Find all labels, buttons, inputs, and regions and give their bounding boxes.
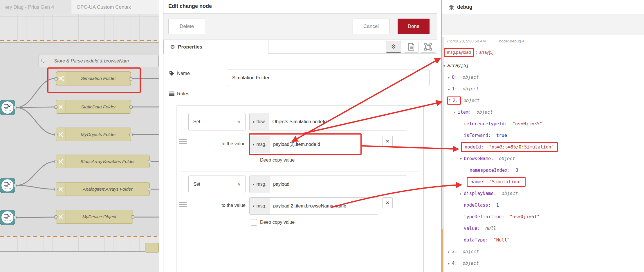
rule2-value-type[interactable]: ▾ msg.	[250, 198, 270, 214]
change-node[interactable]: StaticArrayVariables Folder	[56, 155, 150, 168]
collapse-caret-icon[interactable]: ▼	[454, 111, 456, 114]
tab-debug-label: debug	[457, 4, 472, 10]
json-value: "Simulation"	[489, 179, 522, 185]
edit-change-node-dialog: Edit change node Delete Cancel Done ⚙ Pr…	[163, 0, 437, 272]
input-port[interactable]	[54, 215, 57, 219]
name-input[interactable]	[228, 69, 430, 86]
output-port[interactable]	[13, 184, 17, 187]
json-tree-row[interactable]: ▶4: object	[443, 257, 643, 269]
output-port[interactable]	[131, 215, 134, 219]
rule2-delete-button[interactable]: ×	[382, 197, 393, 208]
json-tree-row[interactable]: referenceTypeId: "ns=0;i=35"	[443, 118, 643, 130]
output-port[interactable]	[129, 133, 133, 136]
flow-canvas[interactable]: ery Diag - Prius Gen 4 OPC-UA Custom Con…	[0, 0, 159, 272]
shuffle-icon	[56, 100, 66, 113]
rule2-action-select[interactable]: Set ∨	[188, 176, 246, 193]
collapse-caret-icon[interactable]: ▼	[460, 157, 462, 160]
opcua-browser-node[interactable]: OPC UA	[0, 178, 15, 193]
opcua-browser-node[interactable]: OPC UA	[0, 210, 15, 225]
sidebar-tabbar: debug	[442, 0, 644, 14]
done-button[interactable]: Done	[398, 19, 430, 34]
json-tree-row[interactable]: ▶displayName: object	[443, 188, 643, 199]
rule2-target-type[interactable]: ▾ msg.	[250, 176, 270, 193]
rule2-target-value: payload	[270, 176, 289, 193]
expand-caret-icon[interactable]: ▶	[448, 87, 450, 91]
json-value: "Null"	[493, 237, 510, 243]
json-tree-row[interactable]: ▼ array[5]	[443, 60, 643, 71]
name-label-row: Name	[169, 71, 190, 76]
output-port[interactable]	[148, 160, 151, 163]
tab-properties[interactable]: ⚙ Properties	[163, 40, 268, 54]
sidebar-edge-strip[interactable]	[437, 0, 441, 272]
json-tree-row[interactable]: ▼item: object	[443, 106, 643, 118]
rule2-to-label: to the value	[194, 203, 246, 208]
rule1-target-type[interactable]: ▾ flow.	[250, 113, 269, 130]
tab-properties-label: Properties	[178, 44, 202, 50]
opcua-browser-node[interactable]: OPC UA	[0, 100, 15, 115]
json-tree[interactable]: ▼ array[5]▶0: object▶1: object▼2: object…	[443, 60, 643, 269]
chevron-down-icon: ∨	[238, 119, 241, 124]
json-tree-row[interactable]: dataType: "Null"	[443, 234, 643, 246]
comment-node[interactable]: Store & Parse nodeId & browseNam	[39, 55, 159, 67]
rule1-drag-handle[interactable]	[179, 139, 187, 144]
json-tree-row[interactable]: isForward: true	[443, 130, 643, 141]
change-node[interactable]: MyDevice Object	[56, 210, 133, 224]
json-tree-row[interactable]: ▶1: object	[443, 83, 643, 95]
rule1-delete-button[interactable]: ×	[382, 136, 393, 147]
json-tree-row[interactable]: typeDefinition: "ns=0;i=61"	[443, 211, 643, 223]
expand-caret-icon[interactable]: ▶	[460, 192, 462, 195]
json-tree-row[interactable]: ▼2: object	[443, 95, 643, 106]
node-red-app: ery Diag - Prius Gen 4 OPC-UA Custom Con…	[0, 0, 644, 272]
output-port[interactable]	[13, 216, 17, 219]
json-tree-row[interactable]: ▶3: object	[443, 246, 643, 257]
rule2-deep-copy-checkbox[interactable]	[251, 219, 257, 226]
change-node[interactable]: AnalogItemArrays Folder	[56, 182, 150, 196]
appearance-icon-button[interactable]	[421, 41, 435, 53]
delete-button[interactable]: Delete	[168, 19, 205, 34]
output-port[interactable]	[13, 106, 17, 109]
rule1-target-field[interactable]: ▾ flow. Objects.Simulation.nodeId	[249, 113, 407, 130]
json-tree-row[interactable]: name: "Simulation"	[443, 176, 643, 188]
tag-icon	[169, 71, 174, 76]
rule1-action-select[interactable]: Set ∨	[188, 113, 246, 130]
input-port[interactable]	[54, 133, 57, 136]
rule1-deep-copy-checkbox[interactable]	[251, 157, 257, 163]
tab-debug[interactable]: debug	[442, 0, 545, 14]
json-key: displayName:	[464, 191, 496, 196]
collapse-caret-icon[interactable]: ▼	[443, 64, 445, 67]
collapse-caret-icon[interactable]: ▼	[449, 98, 450, 101]
rule2-target-field[interactable]: ▾ msg. payload	[249, 176, 407, 193]
rule-separator	[181, 171, 420, 171]
json-tree-row[interactable]: ▶0: object	[443, 71, 643, 83]
expand-caret-icon[interactable]: ▶	[448, 76, 450, 79]
change-node[interactable]: MyObjects Folder	[56, 128, 131, 141]
json-tree-row[interactable]: value: null	[443, 223, 643, 234]
message-source-node: node: debug 4	[499, 39, 524, 43]
edit-properties-icon-button[interactable]: ⚙	[386, 41, 401, 53]
rule1-target-prefix: flow.	[257, 119, 266, 124]
json-key: nodeId:	[465, 144, 484, 150]
list-icon	[169, 92, 174, 96]
expand-caret-icon[interactable]: ▶	[448, 262, 450, 265]
comment-label: Store & Parse nodeId & browseNam	[50, 58, 129, 64]
input-port[interactable]	[54, 188, 57, 191]
cancel-button[interactable]: Cancel	[353, 19, 389, 34]
json-tree-row[interactable]: nodeClass: 1	[443, 199, 643, 211]
output-port[interactable]	[148, 188, 151, 191]
json-tree-row[interactable]: nodeId: "ns=3;s=85/0:Simulation"	[443, 141, 643, 153]
json-tree-row[interactable]: ▼browseName: object	[443, 153, 643, 164]
json-key: name:	[470, 179, 484, 185]
debug-message-list[interactable]: 7/27/2023, 5:30:50 AM node: debug 4 msg.…	[442, 35, 644, 272]
json-value: object	[463, 249, 479, 254]
caret-down-icon: ▾	[253, 182, 255, 186]
description-icon-button[interactable]	[404, 41, 418, 53]
output-port[interactable]	[129, 105, 133, 109]
rule2-drag-handle[interactable]	[179, 202, 187, 207]
change-node[interactable]: StaticData Folder	[56, 100, 131, 114]
json-tree-row[interactable]: namespaceIndex: 3	[443, 164, 643, 176]
rule2-value-prefix: msg.	[257, 203, 267, 209]
rule2-value-field[interactable]: ▾ msg. payload[2].item.browseName.name	[249, 197, 378, 215]
expand-caret-icon[interactable]: ▶	[448, 250, 450, 253]
input-port[interactable]	[54, 105, 57, 109]
input-port[interactable]	[54, 160, 57, 163]
